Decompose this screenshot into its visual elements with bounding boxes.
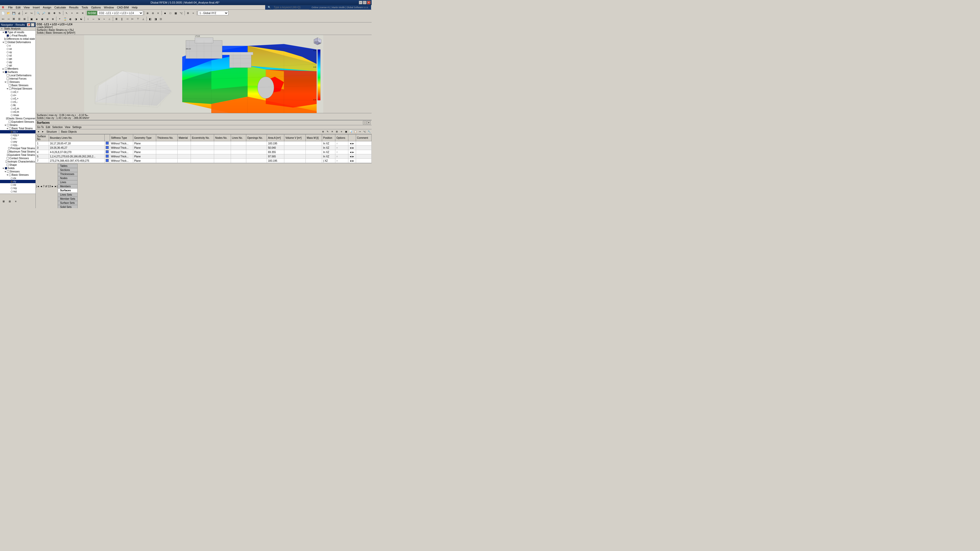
tab-member-sets[interactable]: Member Sets xyxy=(58,197,77,201)
nav-epsx-plus[interactable]: εx,+ xyxy=(0,130,35,133)
nav-basic-stresses[interactable]: Basic Stresses xyxy=(0,84,35,87)
print-button[interactable]: 🖨 xyxy=(17,11,22,16)
tb2-5[interactable]: ⊞ xyxy=(22,16,27,21)
nav-shape[interactable]: Shape xyxy=(0,163,35,167)
nav-bottom-3[interactable]: ≡ xyxy=(13,199,18,204)
table-menu-view[interactable]: View xyxy=(64,125,71,129)
nav-first[interactable]: |◄ xyxy=(36,185,40,188)
nav-diff-initial[interactable]: Differences to initial state xyxy=(0,37,35,41)
nav-sigma1-m[interactable]: σ1,m xyxy=(0,107,35,110)
nav-principal-stresses[interactable]: ▼ Principal Stresses xyxy=(0,87,35,90)
nav-solid-sy[interactable]: σy xyxy=(0,180,35,183)
tab-solid-sets[interactable]: Solid Sets xyxy=(58,205,77,208)
tb2-28[interactable]: ◨ xyxy=(153,16,158,21)
nav-members[interactable]: ► Members xyxy=(0,67,35,70)
nav-last[interactable]: ►| xyxy=(54,185,58,188)
tab-surface-sets[interactable]: Surface Sets xyxy=(58,201,77,205)
tab-thicknesses[interactable]: Thicknesses xyxy=(58,172,77,176)
tb2-18[interactable]: ⇲ xyxy=(96,16,101,21)
delete-button[interactable]: ✕ xyxy=(80,11,85,16)
nav-phiy[interactable]: φy xyxy=(0,60,35,64)
menu-results[interactable]: Results xyxy=(68,6,80,9)
nav-type-results[interactable]: ▼ Type of results xyxy=(0,30,35,34)
tb-btn-3[interactable]: ≡ xyxy=(156,11,161,16)
nav-solid-txz[interactable]: τxz xyxy=(0,190,35,193)
pan-button[interactable]: ✥ xyxy=(52,11,57,16)
edit-button[interactable]: ✏ xyxy=(75,11,80,16)
nav-strains[interactable]: ▼ Strains xyxy=(0,124,35,127)
tb2-2[interactable]: ⊸ xyxy=(6,16,11,21)
nav-solid-sz[interactable]: σz xyxy=(0,183,35,186)
nav-solid-basic-stress[interactable]: ▼ Basic Stresses xyxy=(0,173,35,176)
tb-btn-1[interactable]: ⊕ xyxy=(145,11,150,16)
tb2-6[interactable]: ▣ xyxy=(29,16,34,21)
navigator-pin[interactable]: 📌 xyxy=(27,23,30,27)
tb2-14[interactable]: ◑ xyxy=(73,16,78,21)
nav-solid-txy[interactable]: τxy xyxy=(0,186,35,190)
nav-taumax[interactable]: τmax xyxy=(0,114,35,117)
add-button[interactable]: + xyxy=(69,11,75,16)
tb2-29[interactable]: ⊡ xyxy=(158,16,163,21)
table-row[interactable]: 7 273,274,388,403-397,470-459,275 Withou… xyxy=(36,159,372,163)
tab-tables[interactable]: Tables xyxy=(58,164,77,168)
table-icon-4[interactable]: ⊞ xyxy=(335,130,339,134)
tb2-4[interactable]: ☰ xyxy=(17,16,22,21)
table-tb-2[interactable]: ► xyxy=(41,130,45,134)
nav-ux[interactable]: ux xyxy=(0,47,35,51)
nav-surfaces[interactable]: ▼ Surfaces xyxy=(0,70,35,74)
minimize-button[interactable]: ─ xyxy=(359,1,363,4)
nav-epsyy-plus[interactable]: εyy,+ xyxy=(0,133,35,137)
nav-sigma1m[interactable]: σ1,- xyxy=(0,100,35,103)
tb2-11[interactable]: ⌖ xyxy=(57,16,62,21)
table-row[interactable]: 3 19-26,36-45,27 Without Thick... Plane … xyxy=(36,146,372,150)
table-icon-7[interactable]: 📊 xyxy=(348,130,353,134)
table-close[interactable]: ✕ xyxy=(367,121,371,124)
tb2-19[interactable]: ⌁ xyxy=(102,16,107,21)
tb-btn-8[interactable]: ⚙ xyxy=(186,11,191,16)
tb2-10[interactable]: ⊗ xyxy=(50,16,56,21)
nav-sigma1p[interactable]: σ1,+ xyxy=(0,97,35,100)
nav-gammaxy[interactable]: γxy xyxy=(0,140,35,143)
table-icon-6[interactable]: ▣ xyxy=(344,130,348,134)
menu-tools[interactable]: Tools xyxy=(80,6,89,9)
nav-sigma2-m[interactable]: σ2,m xyxy=(0,110,35,114)
structure-label[interactable]: Structure xyxy=(45,130,58,133)
tb2-16[interactable]: ↕ xyxy=(86,16,91,21)
nav-phix[interactable]: φx xyxy=(0,57,35,60)
menu-insert[interactable]: Insert xyxy=(31,6,41,9)
tab-lines-sets[interactable]: Lines Sets xyxy=(58,192,77,197)
nav-solid-sx[interactable]: σx xyxy=(0,176,35,180)
menu-assign[interactable]: Assign xyxy=(41,6,53,9)
tb2-12[interactable]: ⌛ xyxy=(62,16,68,21)
tb2-23[interactable]: ⊣ xyxy=(124,16,130,21)
tb2-9[interactable]: ⊘ xyxy=(45,16,50,21)
table-menu-selection[interactable]: Selection xyxy=(52,125,64,129)
table-menu-settings[interactable]: Settings xyxy=(72,125,82,129)
tb-btn-4[interactable]: ■ xyxy=(162,11,168,16)
table-icon-10[interactable]: ⌥ xyxy=(363,130,366,134)
table-icon-2[interactable]: ✎ xyxy=(326,130,330,134)
tb-btn-5[interactable]: □ xyxy=(168,11,173,16)
nav-local-def[interactable]: Local Deformations xyxy=(0,74,35,77)
nav-contact-stress[interactable]: Contact Stresses xyxy=(0,157,35,160)
menu-help[interactable]: Help xyxy=(130,6,139,9)
nav-bottom-2[interactable]: ⊞ xyxy=(7,199,12,204)
table-icon-8[interactable]: 📋 xyxy=(353,130,357,134)
table-row[interactable]: 1 16,17,28,65-47,18 Without Thick... Pla… xyxy=(36,141,372,146)
nav-solids[interactable]: ▼ Solids xyxy=(0,167,35,170)
nav-uz[interactable]: uz xyxy=(0,54,35,57)
table-tb-1[interactable]: ◄ xyxy=(36,130,40,134)
tb2-7[interactable]: ◈ xyxy=(34,16,39,21)
tb2-26[interactable]: ⊥ xyxy=(141,16,146,21)
basic-objects-label[interactable]: Basic Objects xyxy=(60,130,78,133)
tb2-17[interactable]: ↔ xyxy=(91,16,96,21)
nav-equiv-stress[interactable]: Equivalent Stresses xyxy=(0,120,35,124)
nav-epsx-minus[interactable]: εx,- xyxy=(0,137,35,140)
tb2-25[interactable]: ⊤ xyxy=(135,16,140,21)
tb2-3[interactable]: ⌘ xyxy=(11,16,16,21)
menu-edit[interactable]: Edit xyxy=(14,6,22,9)
nav-principal-total[interactable]: Principal Total Strains xyxy=(0,147,35,150)
undo-button[interactable]: ↩ xyxy=(24,11,29,16)
tb2-27[interactable]: ◧ xyxy=(148,16,153,21)
tb2-1[interactable]: ⊷ xyxy=(0,16,6,21)
